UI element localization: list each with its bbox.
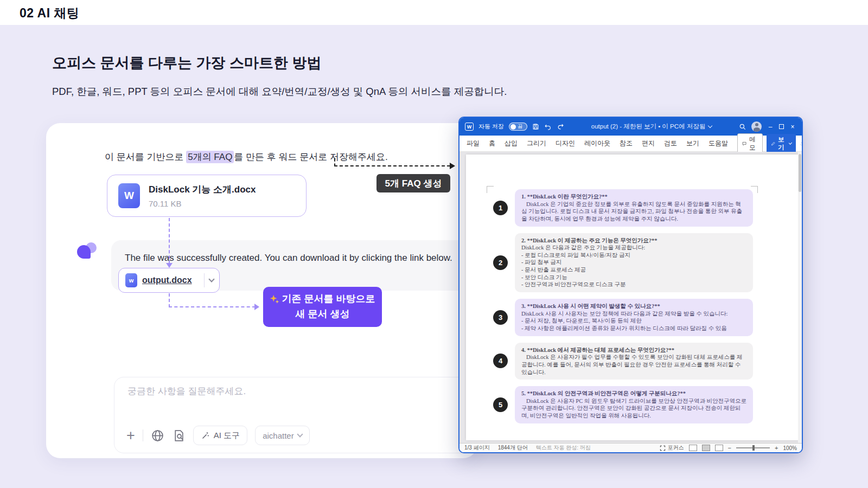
- step-badge: 2: [493, 255, 508, 270]
- faq-item-2: 2 2. **DiskLock 이 제공하는 주요 기능은 무엇인가요?** D…: [493, 233, 753, 292]
- autosave-toggle[interactable]: 끔: [509, 123, 527, 131]
- web-search-icon[interactable]: [151, 429, 164, 442]
- tab-review[interactable]: 검토: [664, 139, 677, 148]
- tab-layout[interactable]: 레이아웃: [584, 139, 610, 148]
- chevron-down-icon: [789, 141, 792, 144]
- page-header: 02 AI 채팅: [0, 0, 868, 25]
- model-selector[interactable]: aichatter: [255, 426, 310, 445]
- generate-callout-line2: 새 문서 생성: [295, 307, 349, 322]
- tab-mailings[interactable]: 편지: [642, 139, 655, 148]
- focus-icon: [660, 445, 666, 451]
- chevron-down-icon[interactable]: [208, 276, 214, 282]
- chevron-down-icon[interactable]: [708, 124, 712, 128]
- account-avatar[interactable]: [751, 121, 762, 132]
- add-attachment-button[interactable]: +: [126, 430, 135, 441]
- attachment-card[interactable]: W DiskLock 기능 소개.docx 70.11 KB: [107, 175, 307, 217]
- generate-doc-callout: 기존 문서를 바탕으로 새 문서 생성: [263, 287, 382, 327]
- faq-generation-callout: 5개 FAQ 생성: [376, 174, 450, 192]
- focus-mode-button[interactable]: 포커스: [660, 444, 684, 452]
- highlighted-text: 5개의 FAQ: [186, 151, 234, 163]
- arrowhead-icon: [254, 304, 259, 310]
- autosave-label: 자동 저장: [478, 123, 504, 131]
- comments-button[interactable]: 메모: [737, 133, 763, 153]
- zoom-out-button[interactable]: −: [728, 445, 731, 451]
- print-layout-button[interactable]: [702, 445, 710, 451]
- word-app-icon: W: [465, 123, 474, 131]
- chat-input[interactable]: [127, 386, 453, 397]
- faq-item-3: 3 3. **DiskLock 사용 시 어떤 제약이 발생할 수 있나요?**…: [493, 299, 753, 336]
- tab-references[interactable]: 참조: [620, 139, 633, 148]
- ai-message-text: The file was successfully created. You c…: [125, 253, 452, 264]
- tab-file[interactable]: 파일: [467, 139, 480, 148]
- maximize-button[interactable]: [779, 124, 784, 129]
- download-file-button[interactable]: w output.docx: [118, 268, 220, 293]
- zoom-slider[interactable]: [736, 447, 770, 448]
- zoom-in-button[interactable]: +: [775, 445, 778, 451]
- word-statusbar: 1/3 페이지 1844개 단어 텍스트 자동 완성: 꺼짐 포커스 − + 1…: [459, 443, 802, 452]
- faq-item-1: 1 1. **DiskLock 이란 무엇인가요?** DiskLock 은 기…: [493, 189, 753, 227]
- step-badge: 5: [493, 397, 508, 412]
- zoom-level[interactable]: 100%: [783, 445, 797, 451]
- document-area: 1 1. **DiskLock 이란 무엇인가요?** DiskLock 은 기…: [459, 152, 802, 443]
- word-ribbon: 파일 홈 삽입 그리기 디자인 레이아웃 참조 편지 검토 보기 도움말 메모 …: [459, 136, 802, 152]
- generate-callout-line1: 기존 문서를 바탕으로: [282, 292, 375, 307]
- ai-assistant-avatar: [77, 242, 97, 260]
- chevron-down-icon: [297, 431, 303, 437]
- hero-title: 오피스 문서를 다루는 가장 스마트한 방법: [52, 53, 322, 73]
- tab-draw[interactable]: 그리기: [527, 139, 546, 148]
- undo-icon[interactable]: [544, 123, 552, 130]
- attachment-filename: DiskLock 기능 소개.docx: [149, 183, 256, 196]
- word-count[interactable]: 1844개 단어: [498, 444, 528, 452]
- faq-item-5: 5 5. **DiskLock 의 안전구역과 비안전구역은 어떻게 구분되나요…: [493, 386, 753, 423]
- faq-list: 1 1. **DiskLock 이란 무엇인가요?** DiskLock 은 기…: [493, 189, 753, 423]
- tab-home[interactable]: 홈: [489, 139, 495, 148]
- minimize-button[interactable]: –: [767, 123, 774, 131]
- chat-bubble-icon: [77, 245, 91, 259]
- attachment-filesize: 70.11 KB: [149, 199, 256, 208]
- tab-help[interactable]: 도움말: [709, 139, 728, 148]
- document-title: output (2) - 제한된 보기 • 이 PC에 저장됨: [569, 123, 734, 131]
- save-icon[interactable]: [532, 123, 539, 130]
- download-filename-link[interactable]: output.docx: [142, 275, 192, 285]
- read-mode-button[interactable]: [689, 445, 697, 451]
- word-doc-icon: w: [125, 273, 137, 287]
- arrowhead-icon: [450, 163, 455, 169]
- hero-subtitle: PDF, 한글, 워드, PPT 등의 오피스 문서에 대해 요약/번역/교정/…: [52, 85, 507, 98]
- share-button[interactable]: 공유: [800, 136, 803, 152]
- doc-search-icon[interactable]: [172, 429, 186, 442]
- web-layout-button[interactable]: [715, 445, 723, 451]
- tab-view[interactable]: 보기: [686, 139, 699, 148]
- zoom-slider-thumb[interactable]: [752, 445, 755, 451]
- connector-dashed-purple: [169, 218, 170, 264]
- autocomplete-status: 텍스트 자동 완성: 꺼짐: [536, 444, 591, 452]
- ai-tools-button[interactable]: AI 도구: [193, 426, 247, 445]
- tab-insert[interactable]: 삽입: [505, 139, 518, 148]
- word-app-window: W 자동 저장 끔 output (2) - 제한된 보기 • 이 PC에 저장…: [458, 117, 803, 453]
- connector-dashed-purple: [169, 293, 170, 307]
- document-page: 1 1. **DiskLock 이란 무엇인가요?** DiskLock 은 기…: [466, 155, 799, 440]
- page-indicator[interactable]: 1/3 페이지: [464, 444, 490, 452]
- chat-composer[interactable]: + AI 도구 aichatter: [114, 377, 476, 453]
- scrollbar[interactable]: [798, 152, 802, 443]
- connector-dashed-purple: [169, 306, 256, 307]
- search-icon[interactable]: [739, 123, 746, 131]
- page-header-label: 02 AI 채팅: [20, 5, 80, 22]
- word-doc-icon: W: [118, 183, 140, 208]
- tab-design[interactable]: 디자인: [556, 139, 575, 148]
- faq-item-4: 4 4. **DiskLock 에서 제공하는 대체 프로세스는 무엇인가요?*…: [493, 343, 753, 380]
- connector-dashed-black: [334, 165, 450, 166]
- redo-icon[interactable]: [557, 123, 564, 130]
- close-button[interactable]: ×: [789, 123, 796, 131]
- divider: [143, 429, 143, 441]
- step-badge: 1: [493, 201, 508, 215]
- autosave-state: 끔: [518, 123, 522, 130]
- composer-toolbar: + AI 도구 aichatter: [126, 426, 310, 445]
- arrowhead-icon: [166, 263, 173, 268]
- magic-wand-icon: [201, 431, 210, 440]
- viewing-mode-button[interactable]: 보기: [767, 134, 796, 153]
- pen-icon: [771, 140, 775, 147]
- comment-icon: [742, 140, 746, 147]
- user-message: 이 문서를 기반으로 5개의 FAQ를 만든 후 워드 문서로 저장해주세요.: [105, 151, 388, 163]
- share-icon: [800, 140, 803, 147]
- step-badge: 4: [493, 354, 508, 368]
